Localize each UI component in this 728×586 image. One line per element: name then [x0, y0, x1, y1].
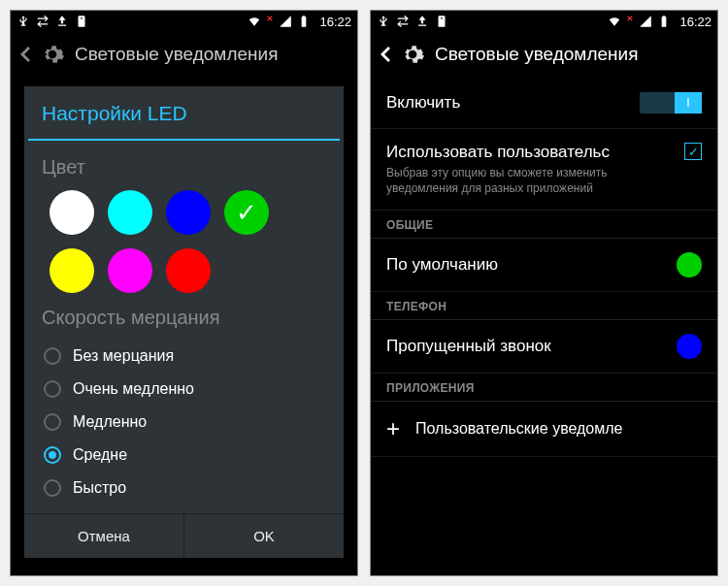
radio-icon	[44, 479, 61, 497]
radio-icon	[44, 347, 61, 365]
enable-label: Включить	[386, 93, 640, 113]
no-sim-icon	[626, 15, 634, 28]
custom-subtitle: Выбрав эту опцию вы сможете изменить уве…	[386, 166, 610, 196]
default-label: По умолчанию	[386, 255, 677, 275]
enable-toggle[interactable]: I	[640, 92, 702, 114]
color-grid: ✓	[42, 190, 326, 293]
status-bar: 16:22	[371, 11, 717, 32]
enable-row[interactable]: Включить I	[371, 77, 717, 129]
color-swatch-red[interactable]	[166, 248, 211, 293]
header-title: Световые уведомления	[75, 44, 278, 65]
usb-icon	[17, 15, 30, 28]
custom-title: Использовать пользовательс	[386, 143, 684, 162]
cancel-button[interactable]: Отмена	[24, 514, 184, 558]
section-apps: ПРИЛОЖЕНИЯ	[371, 374, 717, 402]
checkmark-icon: ✓	[224, 190, 269, 235]
clipboard-icon	[75, 15, 88, 28]
app-header[interactable]: Световые уведомления	[371, 32, 717, 77]
color-swatch-green[interactable]: ✓	[224, 190, 269, 235]
add-custom-row[interactable]: + Пользовательские уведомле	[371, 402, 717, 457]
speed-option[interactable]: Без мерцания	[42, 341, 326, 372]
status-clock: 16:22	[319, 15, 351, 29]
gear-icon	[40, 42, 65, 67]
radio-icon	[44, 413, 61, 431]
battery-icon	[657, 15, 671, 28]
add-custom-label: Пользовательские уведомле	[415, 420, 622, 438]
speed-option[interactable]: Быстро	[42, 472, 326, 504]
no-sim-icon	[266, 15, 274, 28]
radio-icon	[44, 380, 61, 398]
color-swatch-cyan[interactable]	[108, 190, 152, 235]
color-section-label: Цвет	[42, 156, 326, 179]
missed-call-color-dot	[677, 334, 702, 359]
ok-button[interactable]: OK	[184, 514, 344, 558]
signal-icon	[279, 15, 292, 28]
download-icon	[55, 15, 69, 28]
speed-option-label: Быстро	[73, 479, 126, 497]
phone-left: 16:22 Световые уведомления Настройки LED…	[10, 10, 358, 576]
battery-icon	[297, 15, 311, 28]
led-settings-dialog: Настройки LED Цвет ✓ Скорость мерцания Б…	[24, 86, 344, 558]
color-swatch-magenta[interactable]	[108, 248, 152, 293]
default-row[interactable]: По умолчанию	[371, 239, 717, 292]
back-icon	[20, 47, 30, 62]
dialog-title: Настройки LED	[24, 86, 344, 139]
speed-section-label: Скорость мерцания	[42, 307, 326, 329]
phone-right: 16:22 Световые уведомления Включить I Ис…	[370, 10, 718, 576]
clipboard-icon	[435, 15, 448, 28]
speed-option-label: Очень медленно	[73, 380, 194, 398]
section-phone: ТЕЛЕФОН	[371, 292, 717, 320]
speed-option[interactable]: Средне	[42, 440, 326, 471]
color-swatch-blue[interactable]	[166, 190, 211, 235]
dialog-actions: Отмена OK	[24, 513, 344, 558]
signal-icon	[639, 15, 652, 28]
status-clock: 16:22	[679, 15, 711, 29]
usb-icon	[377, 15, 390, 28]
wifi-icon	[608, 15, 621, 28]
plus-icon: +	[386, 415, 400, 442]
speed-option-label: Средне	[73, 446, 127, 464]
header-title: Световые уведомления	[435, 44, 638, 65]
gear-icon	[400, 42, 425, 67]
back-icon	[381, 47, 390, 62]
custom-row[interactable]: Использовать пользовательс Выбрав эту оп…	[371, 129, 717, 211]
speed-option[interactable]: Медленно	[42, 407, 326, 438]
speed-option-label: Без мерцания	[73, 347, 174, 365]
status-bar: 16:22	[11, 11, 357, 32]
color-swatch-white[interactable]	[50, 190, 94, 235]
default-color-dot	[677, 252, 702, 277]
speed-option[interactable]: Очень медленно	[42, 374, 326, 405]
custom-checkbox[interactable]: ✓	[684, 143, 702, 160]
missed-call-row[interactable]: Пропущенный звонок	[371, 320, 717, 374]
sync-icon	[396, 15, 410, 28]
sync-icon	[36, 15, 50, 28]
color-swatch-yellow[interactable]	[50, 248, 94, 293]
app-header[interactable]: Световые уведомления	[11, 32, 357, 77]
speed-radio-group: Без мерцанияОчень медленноМедленноСредне…	[42, 341, 326, 504]
speed-option-label: Медленно	[73, 413, 147, 431]
download-icon	[415, 15, 429, 28]
wifi-icon	[248, 15, 261, 28]
radio-icon	[44, 446, 61, 464]
missed-call-label: Пропущенный звонок	[386, 337, 677, 356]
section-general: ОБЩИЕ	[371, 211, 717, 239]
